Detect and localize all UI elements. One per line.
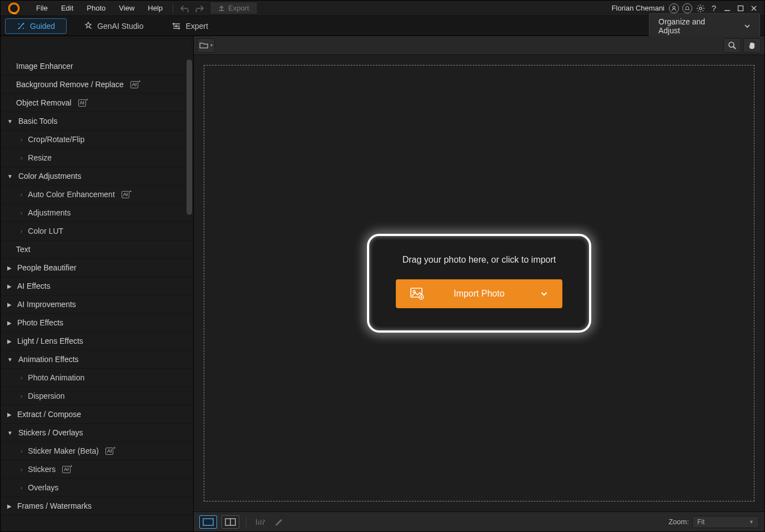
svg-point-1 — [699, 7, 702, 9]
svg-rect-3 — [738, 6, 743, 11]
organize-adjust-button[interactable]: Organize and Adjust — [649, 13, 760, 39]
caret-right-icon: ▶ — [7, 411, 12, 418]
sidebar-item-label: AI Improvements — [17, 300, 76, 309]
svg-line-13 — [733, 47, 736, 49]
chevron-right-icon: › — [21, 210, 22, 216]
redo-button[interactable] — [192, 3, 208, 13]
import-photo-button[interactable]: Import Photo — [396, 279, 562, 308]
caret-right-icon: ▶ — [7, 503, 12, 509]
sidebar-item-label: Photo Animation — [28, 373, 84, 382]
canvas-drop-zone[interactable]: Drag your photo here, or click to import… — [204, 65, 754, 501]
sidebar-item-adjustments[interactable]: ›Adjustments — [1, 204, 193, 222]
help-icon[interactable]: ? — [709, 3, 719, 13]
sidebar-item-stickers[interactable]: ›StickersAI — [1, 460, 193, 479]
close-button[interactable] — [749, 3, 759, 13]
pan-tool-button[interactable] — [743, 38, 761, 53]
ai-badge-icon: AI — [78, 99, 87, 107]
sidebar-item-text[interactable]: Text — [1, 240, 193, 259]
chevron-right-icon: › — [21, 485, 22, 491]
sidebar-item-label: Photo Effects — [17, 318, 63, 327]
chevron-right-icon: › — [21, 375, 22, 381]
svg-rect-10 — [175, 25, 177, 27]
sidebar-item-object-removal[interactable]: Object RemovalAI — [1, 94, 193, 112]
chevron-right-icon: › — [21, 137, 22, 143]
menu-photo[interactable]: Photo — [80, 2, 112, 14]
split-view-button[interactable] — [222, 515, 239, 529]
tab-label: GenAI Studio — [97, 22, 143, 31]
sidebar-item-label: Background Remove / Replace — [16, 80, 124, 89]
histogram-icon[interactable] — [253, 517, 268, 527]
sidebar-group-light-lens-effects[interactable]: ▶Light / Lens Effects — [1, 332, 193, 350]
sidebar-scrollbar[interactable] — [187, 59, 192, 215]
drop-instructions: Drag your photo here, or click to import — [402, 255, 556, 265]
tab-genai-studio[interactable]: GenAI Studio — [72, 18, 155, 34]
undo-button[interactable] — [177, 3, 192, 13]
tab-guided[interactable]: Guided — [5, 18, 67, 34]
user-icon[interactable] — [669, 3, 679, 13]
caret-down-icon: ▼ — [7, 357, 13, 363]
sidebar-item-background-remove-replace[interactable]: Background Remove / ReplaceAI — [1, 76, 193, 94]
svg-rect-11 — [178, 27, 180, 29]
sidebar-item-label: AI Effects — [17, 282, 51, 290]
modebar: GuidedGenAI StudioExpert Organize and Ad… — [1, 16, 764, 36]
sidebar-group-basic-tools[interactable]: ▼Basic Tools — [1, 112, 193, 131]
notifications-icon[interactable] — [682, 3, 692, 13]
chevron-right-icon: › — [21, 466, 22, 473]
guided-icon — [17, 22, 26, 31]
menu-file[interactable]: File — [29, 2, 54, 14]
export-button[interactable]: Export — [210, 2, 258, 14]
sidebar-item-auto-color-enhancement[interactable]: ›Auto Color EnhancementAI — [1, 185, 193, 204]
menu-help[interactable]: Help — [141, 2, 169, 14]
sidebar-group-photo-effects[interactable]: ▶Photo Effects — [1, 314, 193, 332]
menu-edit[interactable]: Edit — [54, 2, 80, 14]
sidebar: Image EnhancerBackground Remove / Replac… — [1, 36, 194, 531]
sidebar-item-image-enhancer[interactable]: Image Enhancer — [1, 57, 193, 76]
sidebar-item-overlays[interactable]: ›Overlays — [1, 479, 193, 497]
caret-down-icon: ▼ — [7, 173, 13, 179]
ai-badge-icon: AI — [130, 81, 139, 88]
single-view-button[interactable] — [199, 515, 217, 529]
sidebar-item-resize[interactable]: ›Resize — [1, 149, 193, 167]
sidebar-item-label: Image Enhancer — [16, 62, 73, 71]
folder-button[interactable]: ▾ — [197, 38, 215, 53]
zoom-value: Fit — [697, 518, 704, 526]
sidebar-item-label: Text — [16, 245, 31, 254]
sidebar-item-label: Dispersion — [28, 392, 64, 400]
sidebar-item-label: Sticker Maker (Beta) — [28, 446, 99, 455]
caret-right-icon: ▶ — [7, 265, 12, 271]
tab-label: Expert — [185, 22, 208, 31]
sidebar-group-animation-effects[interactable]: ▼Animation Effects — [1, 350, 193, 369]
chevron-down-icon — [744, 23, 751, 29]
sidebar-item-sticker-maker-beta-[interactable]: ›Sticker Maker (Beta)AI — [1, 442, 193, 460]
settings-icon[interactable] — [696, 3, 706, 13]
sidebar-item-crop-rotate-flip[interactable]: ›Crop/Rotate/Flip — [1, 131, 193, 149]
sidebar-group-color-adjustments[interactable]: ▼Color Adjustments — [1, 167, 193, 185]
sidebar-group-people-beautifier[interactable]: ▶People Beautifier — [1, 259, 193, 277]
zoom-tool-button[interactable] — [723, 38, 741, 53]
sidebar-group-ai-effects[interactable]: ▶AI Effects — [1, 277, 193, 295]
sidebar-item-label: Basic Tools — [18, 117, 58, 126]
ai-badge-icon: AI — [105, 448, 114, 455]
divider — [246, 516, 246, 528]
sidebar-item-label: Adjustments — [28, 208, 71, 217]
chevron-down-icon: ▼ — [749, 519, 754, 525]
svg-point-7 — [23, 28, 24, 29]
sidebar-group-frames-watermarks[interactable]: ▶Frames / Watermarks — [1, 497, 193, 515]
import-card: Drag your photo here, or click to import… — [367, 234, 591, 333]
sidebar-group-stickers-overlays[interactable]: ▼Stickers / Overlays — [1, 424, 193, 442]
zoom-select[interactable]: Fit ▼ — [692, 516, 759, 528]
sidebar-item-label: Extract / Compose — [17, 410, 81, 419]
sidebar-group-ai-improvements[interactable]: ▶AI Improvements — [1, 295, 193, 314]
tab-expert[interactable]: Expert — [160, 18, 219, 34]
minimize-button[interactable] — [722, 3, 732, 13]
sidebar-item-color-lut[interactable]: ›Color LUT — [1, 222, 193, 240]
brush-icon[interactable] — [272, 516, 285, 528]
sidebar-item-photo-animation[interactable]: ›Photo Animation — [1, 369, 193, 387]
sidebar-item-label: Overlays — [28, 483, 58, 492]
sidebar-item-dispersion[interactable]: ›Dispersion — [1, 387, 193, 405]
sidebar-search[interactable] — [2, 38, 192, 55]
menu-view[interactable]: View — [112, 2, 141, 14]
maximize-button[interactable] — [736, 3, 746, 13]
svg-point-6 — [18, 23, 19, 24]
sidebar-group-extract-compose[interactable]: ▶Extract / Compose — [1, 405, 193, 424]
